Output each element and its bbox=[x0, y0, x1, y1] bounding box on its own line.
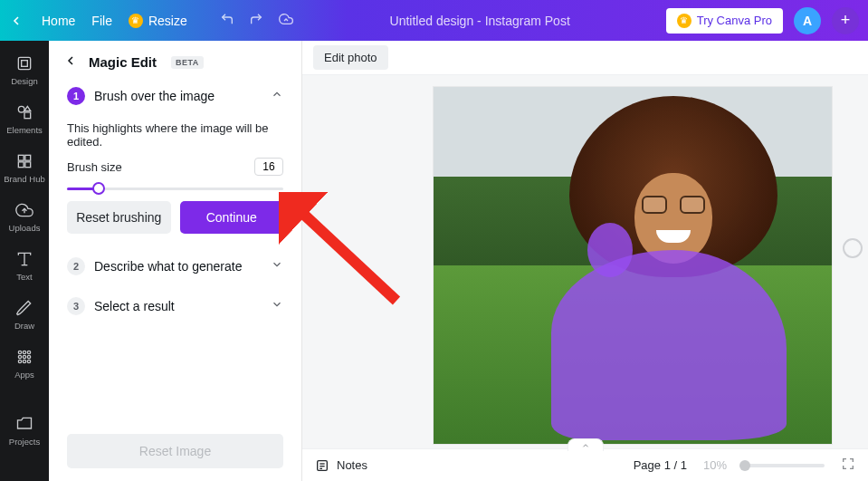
rail-projects[interactable]: Projects bbox=[0, 407, 49, 454]
crown-icon: ♛ bbox=[677, 14, 692, 28]
step-3-header[interactable]: 3 Select a result bbox=[49, 286, 301, 326]
brush-size-input[interactable] bbox=[254, 158, 283, 176]
undo-icon[interactable] bbox=[220, 12, 234, 29]
svg-point-11 bbox=[18, 351, 21, 353]
step-1-title: Brush over the image bbox=[94, 89, 215, 103]
rail-uploads[interactable]: Uploads bbox=[0, 193, 49, 240]
rail-label: Uploads bbox=[9, 223, 41, 233]
panel-header: Magic Edit BETA bbox=[49, 41, 301, 80]
rail-apps[interactable]: Apps bbox=[0, 340, 49, 387]
svg-point-16 bbox=[27, 355, 30, 358]
step-1-header[interactable]: 1 Brush over the image bbox=[67, 87, 283, 105]
svg-rect-5 bbox=[18, 155, 24, 160]
svg-point-13 bbox=[27, 351, 30, 353]
reset-image-button[interactable]: Reset Image bbox=[67, 434, 283, 468]
brand-hub-icon bbox=[15, 152, 33, 170]
top-left-group: Home File ♛ Resize bbox=[9, 12, 294, 29]
reset-brushing-button[interactable]: Reset brushing bbox=[67, 201, 171, 234]
bottom-bar: Notes Page 1 / 1 10% bbox=[302, 448, 868, 481]
bottom-right-group: Page 1 / 1 10% bbox=[634, 457, 855, 474]
text-icon bbox=[15, 250, 33, 268]
brush-size-label: Brush size bbox=[67, 160, 122, 174]
elements-icon bbox=[15, 103, 33, 121]
toolbar-icons bbox=[220, 12, 294, 29]
zoom-value[interactable]: 10% bbox=[703, 458, 727, 472]
file-menu[interactable]: File bbox=[91, 14, 112, 28]
rail-draw[interactable]: Draw bbox=[0, 291, 49, 338]
svg-rect-3 bbox=[24, 112, 31, 119]
step-2-header[interactable]: 2 Describe what to generate bbox=[49, 246, 301, 286]
step-1-buttons: Reset brushing Continue bbox=[49, 197, 301, 246]
rail-label: Design bbox=[11, 76, 38, 86]
step-2-title: Describe what to generate bbox=[94, 259, 242, 274]
edit-photo-button[interactable]: Edit photo bbox=[313, 45, 388, 70]
zoom-slider-thumb[interactable] bbox=[739, 460, 750, 471]
chevron-down-icon bbox=[271, 258, 283, 274]
resize-label: Resize bbox=[148, 14, 187, 28]
rail-elements[interactable]: Elements bbox=[0, 95, 49, 142]
step-number-1: 1 bbox=[67, 87, 85, 105]
rail-label: Text bbox=[16, 272, 32, 282]
rail-text[interactable]: Text bbox=[0, 242, 49, 289]
cloud-sync-icon[interactable] bbox=[278, 12, 294, 29]
try-canva-pro-button[interactable]: ♛ Try Canva Pro bbox=[666, 8, 783, 34]
top-bar: Home File ♛ Resize Untitled design - Ins… bbox=[0, 0, 868, 41]
avatar[interactable]: A bbox=[794, 7, 821, 34]
panel-back-button[interactable] bbox=[63, 53, 80, 71]
step-1: 1 Brush over the image bbox=[49, 80, 301, 112]
svg-point-14 bbox=[18, 355, 21, 358]
rail-label: Brand Hub bbox=[4, 174, 44, 184]
step-3-title: Select a result bbox=[94, 299, 175, 313]
svg-marker-4 bbox=[24, 106, 31, 111]
svg-rect-6 bbox=[25, 155, 31, 160]
slider-thumb[interactable] bbox=[92, 182, 105, 195]
fullscreen-icon[interactable] bbox=[841, 457, 855, 474]
notes-button[interactable]: Notes bbox=[315, 458, 367, 473]
canvas-area: Edit photo Notes Page 1 / 1 10% bbox=[302, 41, 868, 481]
zoom-slider[interactable] bbox=[743, 464, 825, 467]
svg-rect-7 bbox=[18, 161, 24, 167]
beta-badge: BETA bbox=[171, 56, 204, 69]
resize-button[interactable]: ♛ Resize bbox=[129, 14, 187, 28]
svg-point-15 bbox=[23, 355, 25, 358]
svg-point-17 bbox=[18, 360, 21, 362]
canvas-toolbar: Edit photo bbox=[302, 41, 868, 75]
svg-point-12 bbox=[23, 351, 25, 353]
step-1-description: This highlights where the image will be … bbox=[49, 112, 301, 149]
rail-label: Apps bbox=[14, 370, 34, 380]
home-link[interactable]: Home bbox=[42, 14, 75, 28]
share-plus-button[interactable]: + bbox=[832, 7, 859, 34]
rail-design[interactable]: Design bbox=[0, 46, 49, 93]
svg-rect-1 bbox=[22, 60, 28, 66]
panel-footer: Reset Image bbox=[49, 421, 301, 481]
rail-brand-hub[interactable]: Brand Hub bbox=[0, 144, 49, 191]
left-rail: Design Elements Brand Hub Uploads Text D… bbox=[0, 41, 49, 481]
document-title[interactable]: Untitled design - Instagram Post bbox=[294, 14, 666, 28]
step-number-2: 2 bbox=[67, 257, 85, 275]
chevron-down-icon bbox=[271, 298, 283, 314]
uploads-icon bbox=[15, 201, 33, 219]
draw-icon bbox=[15, 299, 33, 317]
step-number-3: 3 bbox=[67, 297, 85, 315]
canvas-main[interactable] bbox=[302, 75, 868, 448]
brush-size-row: Brush size bbox=[49, 149, 301, 179]
redo-icon[interactable] bbox=[249, 12, 263, 29]
continue-button[interactable]: Continue bbox=[180, 201, 284, 234]
svg-rect-8 bbox=[25, 161, 31, 167]
back-arrow[interactable] bbox=[9, 13, 25, 29]
try-pro-label: Try Canva Pro bbox=[697, 14, 772, 27]
crown-icon: ♛ bbox=[129, 14, 143, 28]
page-indicator[interactable]: Page 1 / 1 bbox=[634, 458, 687, 472]
canvas-photo[interactable] bbox=[434, 87, 832, 444]
expand-pages-tab[interactable] bbox=[568, 438, 604, 451]
brush-mask-overlay bbox=[551, 250, 787, 440]
top-right-group: ♛ Try Canva Pro A + bbox=[666, 7, 859, 34]
timer-icon[interactable] bbox=[843, 238, 863, 258]
brush-size-slider[interactable] bbox=[49, 179, 301, 197]
magic-edit-panel: Magic Edit BETA 1 Brush over the image T… bbox=[49, 41, 302, 481]
svg-rect-0 bbox=[18, 57, 30, 69]
photo-glasses bbox=[642, 196, 705, 214]
notes-label: Notes bbox=[337, 458, 367, 472]
apps-icon bbox=[15, 348, 33, 366]
chevron-up-icon bbox=[271, 88, 283, 104]
